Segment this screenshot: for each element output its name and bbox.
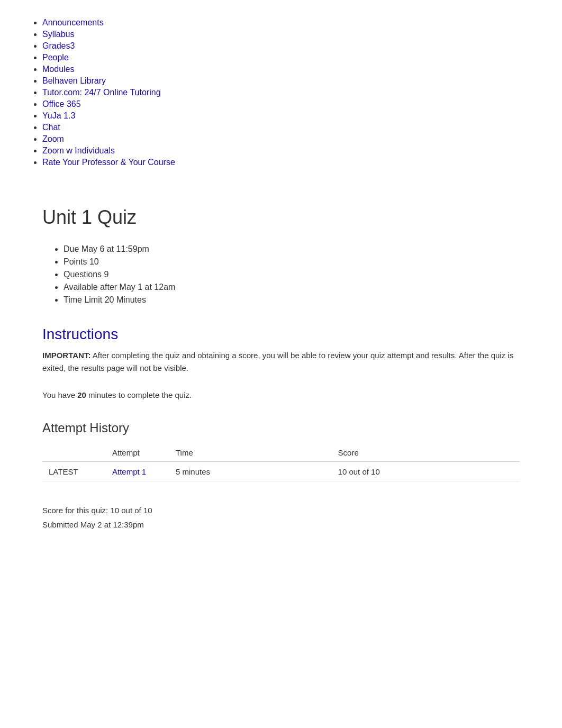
col-header-score: Score: [332, 444, 520, 462]
nav-list-item: Belhaven Library: [42, 76, 562, 86]
nav-link[interactable]: Rate Your Professor & Your Course: [42, 158, 175, 167]
nav-list-item: Office 365: [42, 99, 562, 109]
nav-list-item: Syllabus: [42, 30, 562, 39]
nav-list-item: Tutor.com: 24/7 Online Tutoring: [42, 88, 562, 97]
nav-list-item: People: [42, 53, 562, 62]
score-line: Score for this quiz: 10 out of 10: [42, 503, 520, 517]
attempt-score: 10 out of 10: [332, 462, 520, 482]
nav-link[interactable]: Grades3: [42, 41, 75, 50]
table-row: LATEST Attempt 1 5 minutes 10 out of 10: [42, 462, 520, 482]
time-note-prefix: You have: [42, 390, 77, 399]
nav-link[interactable]: Announcements: [42, 18, 104, 27]
nav-list: AnnouncementsSyllabusGrades3PeopleModule…: [0, 0, 562, 185]
nav-list-item: Chat: [42, 123, 562, 132]
nav-link[interactable]: Zoom: [42, 134, 64, 143]
quiz-detail-item: Available after May 1 at 12am: [64, 283, 520, 292]
quiz-title: Unit 1 Quiz: [42, 206, 520, 229]
attempt-table-header-row: Attempt Time Score: [42, 444, 520, 462]
main-content: Unit 1 Quiz Due May 6 at 11:59pmPoints 1…: [0, 185, 562, 553]
nav-link[interactable]: Syllabus: [42, 30, 74, 39]
quiz-detail-item: Time Limit 20 Minutes: [64, 295, 520, 305]
col-header-time: Time: [169, 444, 332, 462]
nav-link[interactable]: Modules: [42, 65, 74, 74]
time-note-minutes: 20: [77, 390, 88, 399]
nav-list-item: Modules: [42, 65, 562, 74]
nav-list-item: Zoom: [42, 134, 562, 144]
attempt-history-heading: Attempt History: [42, 421, 520, 435]
attempt-table: Attempt Time Score LATEST Attempt 1 5 mi…: [42, 444, 520, 482]
nav-list-item: Grades3: [42, 41, 562, 51]
nav-link[interactable]: Tutor.com: 24/7 Online Tutoring: [42, 88, 161, 97]
quiz-detail-item: Due May 6 at 11:59pm: [64, 244, 520, 254]
nav-link[interactable]: Zoom w Individuals: [42, 146, 115, 155]
important-label: IMPORTANT:: [42, 351, 90, 360]
nav-list-item: Rate Your Professor & Your Course: [42, 158, 562, 167]
nav-list-item: Zoom w Individuals: [42, 146, 562, 156]
nav-list-item: YuJa 1.3: [42, 111, 562, 121]
attempt-time: 5 minutes: [169, 462, 332, 482]
attempt-link-cell: Attempt 1: [106, 462, 169, 482]
quiz-details-list: Due May 6 at 11:59pmPoints 10Questions 9…: [42, 244, 520, 305]
nav-link[interactable]: Belhaven Library: [42, 76, 106, 85]
quiz-detail-item: Questions 9: [64, 270, 520, 279]
score-section: Score for this quiz: 10 out of 10 Submit…: [42, 503, 520, 532]
time-note: You have 20 minutes to complete the quiz…: [42, 390, 520, 399]
nav-link[interactable]: Chat: [42, 123, 60, 132]
attempt-table-head: Attempt Time Score: [42, 444, 520, 462]
submitted-line: Submitted May 2 at 12:39pm: [42, 517, 520, 532]
instructions-body: After completing the quiz and obtaining …: [42, 351, 513, 372]
nav-list-item: Announcements: [42, 18, 562, 28]
nav-link[interactable]: People: [42, 53, 69, 62]
col-header-empty: [42, 444, 106, 462]
quiz-detail-item: Points 10: [64, 257, 520, 267]
instructions-heading: Instructions: [42, 326, 520, 343]
latest-label: LATEST: [42, 462, 106, 482]
time-note-suffix: minutes to complete the quiz.: [88, 390, 192, 399]
nav-link[interactable]: YuJa 1.3: [42, 111, 75, 120]
nav-link[interactable]: Office 365: [42, 99, 81, 108]
attempt-1-link[interactable]: Attempt 1: [112, 467, 146, 476]
col-header-attempt: Attempt: [106, 444, 169, 462]
attempt-table-body: LATEST Attempt 1 5 minutes 10 out of 10: [42, 462, 520, 482]
instructions-text: IMPORTANT: After completing the quiz and…: [42, 349, 520, 375]
